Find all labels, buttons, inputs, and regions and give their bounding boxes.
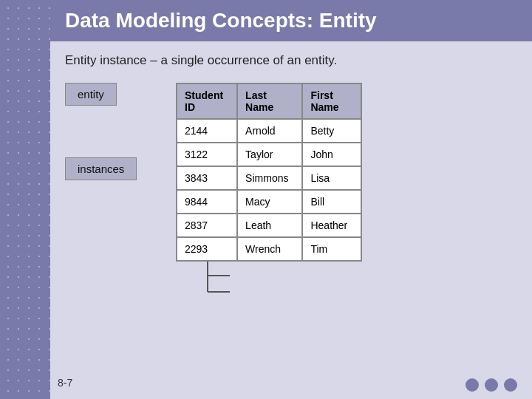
table-cell: John (302, 143, 361, 166)
table-row: 3122TaylorJohn (177, 143, 361, 166)
table-cell: Taylor (237, 143, 302, 166)
entity-label: entity (65, 83, 117, 106)
table-cell: Betty (302, 119, 361, 143)
table-cell: 2293 (177, 237, 237, 261)
col-header-first-name: FirstName (302, 83, 361, 119)
dot-3 (504, 378, 517, 392)
table-row: 2293WrenchTim (177, 237, 361, 261)
table-body: 2144ArnoldBetty3122TaylorJohn3843Simmons… (177, 119, 361, 261)
table-cell: 3843 (177, 166, 237, 190)
table-row: 2837LeathHeather (177, 214, 361, 237)
table-cell: 2144 (177, 119, 237, 143)
data-table: StudentID LastName FirstName 2144ArnoldB… (176, 83, 362, 262)
table-cell: Wrench (237, 237, 302, 261)
title-bar: Data Modeling Concepts: Entity (50, 0, 532, 41)
content-area: entity instances StudentID LastName Firs… (50, 75, 532, 269)
table-wrapper: StudentID LastName FirstName 2144ArnoldB… (176, 83, 362, 262)
table-row: 3843SimmonsLisa (177, 166, 361, 190)
table-cell: Macy (237, 190, 302, 214)
dot-1 (466, 378, 479, 392)
table-cell: Heather (302, 214, 361, 237)
table-cell: Tim (302, 237, 361, 261)
page-title: Data Modeling Concepts: Entity (65, 9, 517, 33)
table-cell: Lisa (302, 166, 361, 190)
main-content: Data Modeling Concepts: Entity Entity in… (50, 0, 532, 399)
table-cell: Simmons (237, 166, 302, 190)
page-number: 8-7 (58, 377, 72, 389)
table-cell: Bill (302, 190, 361, 214)
table-row: 2144ArnoldBetty (177, 119, 361, 143)
col-header-last-name: LastName (237, 83, 302, 119)
table-cell: 3122 (177, 143, 237, 166)
table-row: 9844MacyBill (177, 190, 361, 214)
table-cell: Arnold (237, 119, 302, 143)
table-cell: Leath (237, 214, 302, 237)
decorative-dot-row-bottom (466, 378, 517, 392)
table-cell: 2837 (177, 214, 237, 237)
table-cell: 9844 (177, 190, 237, 214)
subtitle-text: Entity instance – a single occurrence of… (50, 41, 532, 75)
table-header-row: StudentID LastName FirstName (177, 83, 361, 119)
decorative-dot-grid (0, 0, 50, 399)
dot-2 (485, 378, 498, 392)
label-section: entity instances (65, 83, 161, 180)
instances-label: instances (65, 157, 137, 180)
col-header-student-id: StudentID (177, 83, 237, 119)
